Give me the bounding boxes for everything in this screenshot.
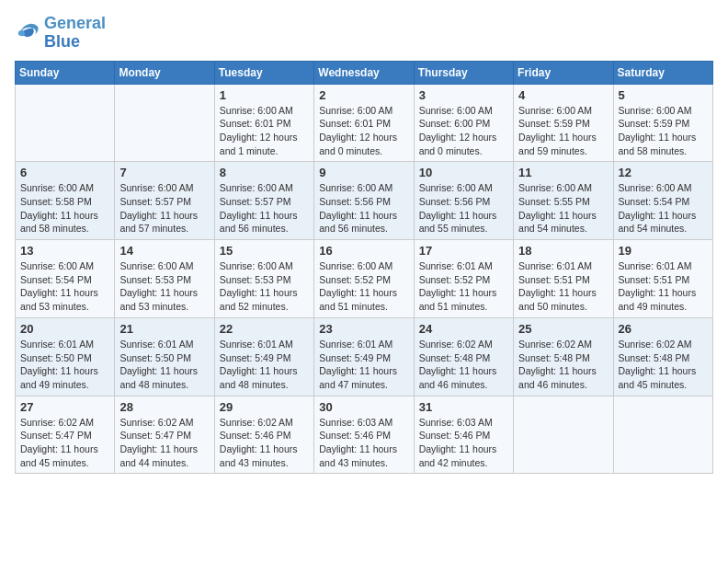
day-info: Sunrise: 6:01 AMSunset: 5:50 PMDaylight:… [20, 338, 109, 392]
day-cell: 11Sunrise: 6:00 AMSunset: 5:55 PMDayligh… [514, 162, 613, 240]
col-header-tuesday: Tuesday [214, 61, 313, 84]
calendar-header-row: SundayMondayTuesdayWednesdayThursdayFrid… [16, 61, 713, 84]
day-cell: 22Sunrise: 6:01 AMSunset: 5:49 PMDayligh… [214, 317, 313, 396]
day-info: Sunrise: 6:00 AMSunset: 5:53 PMDaylight:… [220, 259, 309, 314]
day-info: Sunrise: 6:00 AMSunset: 6:01 PMDaylight:… [319, 104, 408, 158]
week-row-2: 6Sunrise: 6:00 AMSunset: 5:58 PMDaylight… [16, 162, 713, 240]
day-info: Sunrise: 6:03 AMSunset: 5:46 PMDaylight:… [319, 416, 408, 470]
day-cell: 5Sunrise: 6:00 AMSunset: 5:59 PMDaylight… [613, 84, 712, 162]
logo: General Blue [15, 15, 106, 52]
day-cell: 16Sunrise: 6:00 AMSunset: 5:52 PMDayligh… [314, 240, 414, 318]
day-info: Sunrise: 6:00 AMSunset: 5:59 PMDaylight:… [518, 104, 608, 158]
day-cell: 26Sunrise: 6:02 AMSunset: 5:48 PMDayligh… [613, 317, 712, 396]
day-number: 17 [419, 244, 508, 258]
col-header-thursday: Thursday [414, 61, 513, 84]
day-info: Sunrise: 6:01 AMSunset: 5:51 PMDaylight:… [518, 259, 608, 314]
day-info: Sunrise: 6:00 AMSunset: 5:53 PMDaylight:… [119, 259, 209, 314]
week-row-4: 20Sunrise: 6:01 AMSunset: 5:50 PMDayligh… [16, 317, 713, 396]
day-info: Sunrise: 6:01 AMSunset: 5:52 PMDaylight:… [419, 259, 508, 314]
day-number: 12 [619, 166, 708, 179]
day-number: 25 [518, 322, 608, 336]
page-header: General Blue [15, 15, 713, 52]
day-number: 8 [220, 166, 309, 179]
day-cell: 15Sunrise: 6:00 AMSunset: 5:53 PMDayligh… [214, 240, 313, 318]
day-number: 7 [119, 166, 209, 179]
day-cell [514, 396, 613, 474]
day-cell: 3Sunrise: 6:00 AMSunset: 6:00 PMDaylight… [414, 84, 513, 162]
day-info: Sunrise: 6:03 AMSunset: 5:46 PMDaylight:… [419, 416, 508, 470]
day-number: 22 [220, 322, 309, 336]
day-info: Sunrise: 6:00 AMSunset: 5:52 PMDaylight:… [319, 259, 408, 314]
day-cell: 12Sunrise: 6:00 AMSunset: 5:54 PMDayligh… [613, 162, 712, 240]
day-number: 9 [319, 166, 408, 179]
day-info: Sunrise: 6:00 AMSunset: 5:54 PMDaylight:… [20, 259, 109, 314]
day-number: 31 [419, 400, 508, 414]
day-info: Sunrise: 6:00 AMSunset: 5:54 PMDaylight:… [619, 181, 708, 236]
day-cell [16, 84, 115, 162]
day-number: 11 [518, 166, 608, 179]
day-cell [613, 396, 712, 474]
day-info: Sunrise: 6:00 AMSunset: 5:55 PMDaylight:… [518, 181, 608, 236]
col-header-sunday: Sunday [16, 61, 115, 84]
day-cell: 19Sunrise: 6:01 AMSunset: 5:51 PMDayligh… [613, 240, 712, 318]
day-number: 10 [419, 166, 508, 179]
day-info: Sunrise: 6:00 AMSunset: 6:01 PMDaylight:… [220, 104, 309, 158]
day-info: Sunrise: 6:00 AMSunset: 5:57 PMDaylight:… [119, 181, 209, 236]
day-cell: 18Sunrise: 6:01 AMSunset: 5:51 PMDayligh… [514, 240, 613, 318]
col-header-monday: Monday [115, 61, 214, 84]
day-info: Sunrise: 6:00 AMSunset: 5:59 PMDaylight:… [619, 104, 708, 158]
day-cell: 7Sunrise: 6:00 AMSunset: 5:57 PMDaylight… [115, 162, 214, 240]
day-number: 26 [619, 322, 708, 336]
day-cell: 21Sunrise: 6:01 AMSunset: 5:50 PMDayligh… [115, 317, 214, 396]
day-cell: 6Sunrise: 6:00 AMSunset: 5:58 PMDaylight… [16, 162, 115, 240]
day-number: 24 [419, 322, 508, 336]
day-cell: 10Sunrise: 6:00 AMSunset: 5:56 PMDayligh… [414, 162, 513, 240]
day-number: 15 [220, 244, 309, 258]
day-cell: 31Sunrise: 6:03 AMSunset: 5:46 PMDayligh… [414, 396, 513, 474]
day-cell: 30Sunrise: 6:03 AMSunset: 5:46 PMDayligh… [314, 396, 414, 474]
day-number: 16 [319, 244, 408, 258]
week-row-5: 27Sunrise: 6:02 AMSunset: 5:47 PMDayligh… [16, 396, 713, 474]
day-number: 27 [20, 400, 109, 414]
day-info: Sunrise: 6:02 AMSunset: 5:47 PMDaylight:… [119, 416, 209, 470]
day-cell: 29Sunrise: 6:02 AMSunset: 5:46 PMDayligh… [214, 396, 313, 474]
day-number: 19 [619, 244, 708, 258]
day-info: Sunrise: 6:00 AMSunset: 5:56 PMDaylight:… [419, 181, 508, 236]
day-number: 4 [518, 88, 608, 102]
day-info: Sunrise: 6:02 AMSunset: 5:48 PMDaylight:… [619, 338, 708, 392]
day-number: 21 [119, 322, 209, 336]
col-header-saturday: Saturday [613, 61, 712, 84]
day-cell: 23Sunrise: 6:01 AMSunset: 5:49 PMDayligh… [314, 317, 414, 396]
logo-icon [15, 20, 40, 46]
day-info: Sunrise: 6:01 AMSunset: 5:51 PMDaylight:… [619, 259, 708, 314]
logo-text: General Blue [44, 15, 106, 52]
day-number: 6 [20, 166, 109, 179]
day-cell: 14Sunrise: 6:00 AMSunset: 5:53 PMDayligh… [115, 240, 214, 318]
day-number: 2 [319, 88, 408, 102]
day-info: Sunrise: 6:01 AMSunset: 5:49 PMDaylight:… [220, 338, 309, 392]
day-info: Sunrise: 6:01 AMSunset: 5:50 PMDaylight:… [119, 338, 209, 392]
day-cell: 9Sunrise: 6:00 AMSunset: 5:56 PMDaylight… [314, 162, 414, 240]
day-info: Sunrise: 6:00 AMSunset: 5:58 PMDaylight:… [20, 181, 109, 236]
day-cell: 20Sunrise: 6:01 AMSunset: 5:50 PMDayligh… [16, 317, 115, 396]
day-number: 18 [518, 244, 608, 258]
week-row-1: 1Sunrise: 6:00 AMSunset: 6:01 PMDaylight… [16, 84, 713, 162]
day-cell: 13Sunrise: 6:00 AMSunset: 5:54 PMDayligh… [16, 240, 115, 318]
day-cell: 8Sunrise: 6:00 AMSunset: 5:57 PMDaylight… [214, 162, 313, 240]
day-info: Sunrise: 6:00 AMSunset: 5:56 PMDaylight:… [319, 181, 408, 236]
day-info: Sunrise: 6:02 AMSunset: 5:47 PMDaylight:… [20, 416, 109, 470]
day-number: 29 [220, 400, 309, 414]
day-number: 23 [319, 322, 408, 336]
day-cell: 24Sunrise: 6:02 AMSunset: 5:48 PMDayligh… [414, 317, 513, 396]
week-row-3: 13Sunrise: 6:00 AMSunset: 5:54 PMDayligh… [16, 240, 713, 318]
col-header-friday: Friday [514, 61, 613, 84]
day-number: 28 [119, 400, 209, 414]
col-header-wednesday: Wednesday [314, 61, 414, 84]
day-cell: 25Sunrise: 6:02 AMSunset: 5:48 PMDayligh… [514, 317, 613, 396]
day-number: 3 [419, 88, 508, 102]
day-info: Sunrise: 6:02 AMSunset: 5:46 PMDaylight:… [220, 416, 309, 470]
day-number: 20 [20, 322, 109, 336]
day-cell: 2Sunrise: 6:00 AMSunset: 6:01 PMDaylight… [314, 84, 414, 162]
day-number: 1 [220, 88, 309, 102]
day-number: 30 [319, 400, 408, 414]
